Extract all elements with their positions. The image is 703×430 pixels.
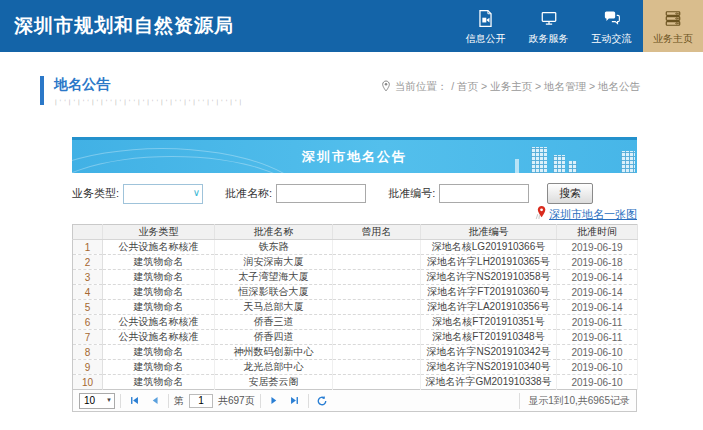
nav-label: 互动交流 xyxy=(592,32,632,46)
table-row[interactable]: 6 公共设施名称核准 侨香三道 深地名核FT201910351号 2019-06… xyxy=(73,315,638,330)
table-row[interactable]: 7 公共设施名称核准 侨香四道 深地名核FT201910348号 2019-06… xyxy=(73,330,638,345)
table-row[interactable]: 8 建筑物命名 神州数码创新中心 深地名许字NS201910342号 2019-… xyxy=(73,345,638,360)
cell-former xyxy=(333,270,421,285)
row-index: 7 xyxy=(73,330,103,345)
cell-type: 建筑物命名 xyxy=(103,360,215,375)
top-nav: 信息公开 政务服务 互动交流 业务主页 xyxy=(454,0,703,52)
cell-code: 深地名许字NS201910342号 xyxy=(421,345,557,360)
cell-type: 公共设施名称核准 xyxy=(103,330,215,345)
cell-code: 深地名许字LH201910365号 xyxy=(421,255,557,270)
city-map-link[interactable]: 深圳市地名一张图 xyxy=(549,207,637,222)
cell-code: 深地名许字FT201910360号 xyxy=(421,285,557,300)
nav-item-business-home[interactable]: 业务主页 xyxy=(643,0,703,52)
divider xyxy=(260,394,261,408)
divider xyxy=(168,394,169,408)
approval-name-input[interactable] xyxy=(276,184,366,203)
section-header: 地名公告 |''|'|''|'|''|'|''|'|''|'|''|'|''|'… xyxy=(40,76,640,105)
cell-date: 2019-06-10 xyxy=(557,375,638,390)
table-row[interactable]: 2 建筑物命名 润安深南大厦 深地名许字LH201910365号 2019-06… xyxy=(73,255,638,270)
cell-type: 建筑物命名 xyxy=(103,300,215,315)
approval-code-input[interactable] xyxy=(439,184,529,203)
current-page-input[interactable] xyxy=(189,394,213,408)
monitor-icon xyxy=(539,6,559,28)
approval-code-label: 批准编号: xyxy=(388,186,435,201)
total-pages-label: 共697页 xyxy=(218,394,255,408)
row-index: 4 xyxy=(73,285,103,300)
cell-name: 铁东路 xyxy=(215,240,333,255)
cell-date: 2019-06-14 xyxy=(557,270,638,285)
cell-type: 公共设施名称核准 xyxy=(103,240,215,255)
col-header-type: 业务类型 xyxy=(103,225,215,240)
nav-label: 政务服务 xyxy=(529,32,569,46)
col-header-name: 批准名称 xyxy=(215,225,333,240)
table-row[interactable]: 1 公共设施名称核准 铁东路 深地名核LG201910366号 2019-06-… xyxy=(73,240,638,255)
map-pin-icon xyxy=(534,205,547,224)
map-link-row: 深圳市地名一张图 xyxy=(72,206,637,222)
business-type-select[interactable] xyxy=(123,184,203,204)
decorative-ticks: |''|'|''|'|''|'|''|'|''|'|''|'|''|'|''|'… xyxy=(54,98,243,105)
cell-date: 2019-06-10 xyxy=(557,360,638,375)
page-size-select[interactable]: 10 xyxy=(79,393,115,409)
server-icon xyxy=(663,6,683,28)
cell-code: 深地名核FT201910348号 xyxy=(421,330,557,345)
cell-date: 2019-06-10 xyxy=(557,345,638,360)
table-row[interactable]: 3 建筑物命名 太子湾望海大厦 深地名许字NS201910358号 2019-0… xyxy=(73,270,638,285)
prev-page-button[interactable] xyxy=(147,393,163,409)
next-page-button[interactable] xyxy=(266,393,282,409)
table-header-row: 业务类型 批准名称 曾用名 批准编号 批准时间 xyxy=(73,225,638,240)
table-row[interactable]: 9 建筑物命名 龙光总部中心 深地名许字NS201910340号 2019-06… xyxy=(73,360,638,375)
nav-item-interaction[interactable]: 互动交流 xyxy=(580,0,643,52)
cell-former xyxy=(333,330,421,345)
cell-name: 侨香三道 xyxy=(215,315,333,330)
cell-former xyxy=(333,360,421,375)
divider xyxy=(120,394,121,408)
cell-date: 2019-06-11 xyxy=(557,315,638,330)
row-index: 9 xyxy=(73,360,103,375)
divider xyxy=(308,394,309,408)
table-row[interactable]: 10 建筑物命名 安居荟云阁 深地名许字GM201910338号 2019-06… xyxy=(73,375,638,390)
row-index: 6 xyxy=(73,315,103,330)
chat-icon xyxy=(602,6,622,28)
page-size-select-wrap: 10 ▼ xyxy=(79,393,115,409)
cell-type: 建筑物命名 xyxy=(103,285,215,300)
breadcrumb-prefix: 当前位置： xyxy=(395,80,448,94)
cell-former xyxy=(333,345,421,360)
row-index: 3 xyxy=(73,270,103,285)
filter-bar: 业务类型: ∨ 批准名称: 批准编号: 搜索 xyxy=(72,183,637,204)
banner-title: 深圳市地名公告 xyxy=(72,148,637,166)
business-type-label: 业务类型: xyxy=(72,186,119,201)
cell-name: 龙光总部中心 xyxy=(215,360,333,375)
cell-name: 恒深影联合大厦 xyxy=(215,285,333,300)
document-icon xyxy=(476,6,495,28)
cell-type: 建筑物命名 xyxy=(103,255,215,270)
cell-former xyxy=(333,285,421,300)
col-header-former: 曾用名 xyxy=(333,225,421,240)
approval-name-label: 批准名称: xyxy=(225,186,272,201)
last-page-button[interactable] xyxy=(287,393,303,409)
cell-former xyxy=(333,255,421,270)
cell-name: 天马总部大厦 xyxy=(215,300,333,315)
first-page-button[interactable] xyxy=(126,393,142,409)
cell-date: 2019-06-19 xyxy=(557,240,638,255)
cell-type: 建筑物命名 xyxy=(103,270,215,285)
table-row[interactable]: 5 建筑物命名 天马总部大厦 深地名许字LA201910356号 2019-06… xyxy=(73,300,638,315)
top-header: 深圳市规划和自然资源局 信息公开 政务服务 互动交流 业务主页 xyxy=(0,0,703,52)
row-index: 5 xyxy=(73,300,103,315)
table-row[interactable]: 4 建筑物命名 恒深影联合大厦 深地名许字FT201910360号 2019-0… xyxy=(73,285,638,300)
nav-item-gov-services[interactable]: 政务服务 xyxy=(517,0,580,52)
refresh-button[interactable] xyxy=(314,393,330,409)
cell-name: 太子湾望海大厦 xyxy=(215,270,333,285)
cell-former xyxy=(333,240,421,255)
cell-former xyxy=(333,300,421,315)
cell-name: 安居荟云阁 xyxy=(215,375,333,390)
cell-code: 深地名许字LA201910356号 xyxy=(421,300,557,315)
search-button[interactable]: 搜索 xyxy=(547,183,593,204)
row-index: 8 xyxy=(73,345,103,360)
nav-item-info-disclosure[interactable]: 信息公开 xyxy=(454,0,517,52)
cell-code: 深地名许字NS201910358号 xyxy=(421,270,557,285)
breadcrumb-path[interactable]: / 首页 > 业务主页 > 地名管理 > 地名公告 xyxy=(451,80,640,94)
nav-label: 业务主页 xyxy=(653,32,693,46)
row-index: 2 xyxy=(73,255,103,270)
cell-type: 建筑物命名 xyxy=(103,345,215,360)
location-pin-icon xyxy=(381,80,391,94)
